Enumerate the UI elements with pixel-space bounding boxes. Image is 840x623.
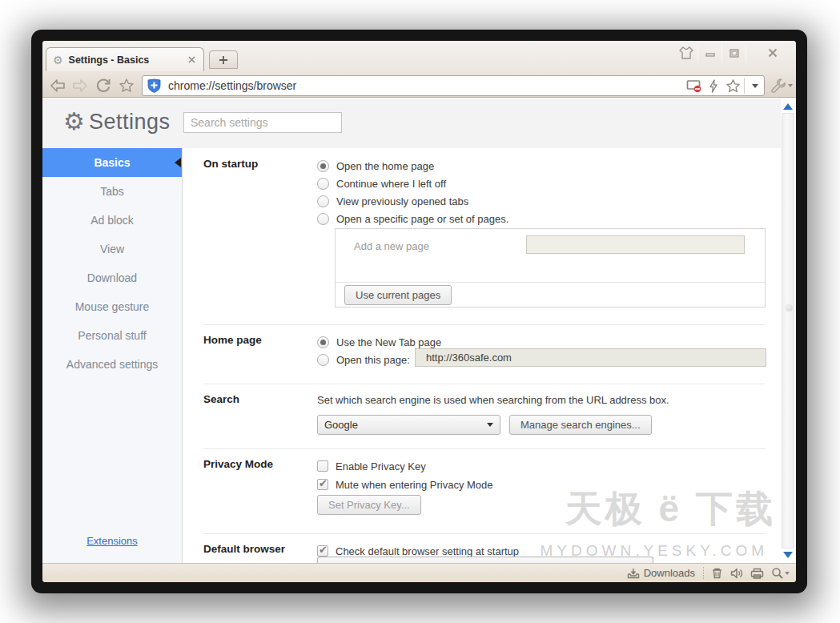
printer-icon (750, 568, 764, 579)
downloads-button[interactable]: Downloads (627, 567, 695, 579)
section-divider (203, 384, 766, 384)
sidebar-item-personal-stuff[interactable]: Personal stuff (42, 321, 182, 350)
radio-open-specific-pages[interactable]: Open a specific page or set of pages. (317, 211, 508, 226)
search-description: Set which search engine is used when sea… (317, 394, 669, 406)
close-window-button[interactable] (761, 43, 785, 62)
url-text[interactable]: chrome://settings/browser (168, 79, 685, 92)
statusbar-divider (703, 567, 704, 579)
scrollbar[interactable] (781, 98, 796, 563)
radio-continue-left-off[interactable]: Continue where I left off (317, 176, 446, 191)
screenshot-stage: ⚙ Settings - Basics (0, 0, 840, 623)
skin-theme-button[interactable] (674, 43, 698, 62)
scroll-down-icon[interactable] (783, 552, 793, 558)
sidebar-item-label: Personal stuff (78, 329, 146, 342)
radio-use-new-tab-page[interactable]: Use the New Tab page (317, 335, 441, 349)
checkbox-icon[interactable] (317, 479, 328, 490)
scrollbar-thumb[interactable] (786, 304, 793, 312)
browser-window: ⚙ Settings - Basics (42, 41, 796, 582)
sidebar-item-view[interactable]: View (42, 235, 182, 263)
wrench-caret-icon (788, 84, 793, 87)
set-privacy-key-button[interactable]: Set Privacy Key... (317, 495, 421, 515)
startup-pages-box: Add a new page Use current pages (335, 228, 766, 307)
search-settings-input[interactable] (183, 112, 342, 133)
search-engine-selected-value: Google (324, 419, 358, 431)
new-tab-button[interactable] (209, 50, 238, 69)
settings-content: ⚙ Settings Basics Tabs Ad block View Dow… (42, 98, 796, 563)
lightning-icon[interactable] (704, 77, 723, 94)
radio-icon[interactable] (317, 178, 329, 190)
manage-search-engines-button[interactable]: Manage search engines... (509, 415, 652, 435)
sidebar-item-ad-block[interactable]: Ad block (42, 206, 182, 235)
radio-icon[interactable] (317, 213, 329, 225)
radio-open-this-page[interactable]: Open this page: (317, 352, 410, 367)
sidebar-item-label: Advanced settings (66, 358, 158, 371)
radio-icon[interactable] (317, 336, 329, 348)
sidebar-item-advanced-settings[interactable]: Advanced settings (42, 350, 182, 379)
radio-icon[interactable] (317, 354, 329, 366)
radio-label: Open a specific page or set of pages. (336, 213, 508, 225)
section-label-search: Search (203, 393, 239, 405)
address-dropdown-button[interactable] (746, 77, 764, 94)
scrollbar-track[interactable] (782, 113, 794, 549)
scroll-up-icon[interactable] (783, 103, 793, 110)
page-header: ⚙ Settings (42, 98, 781, 148)
checkbox-enable-privacy-key[interactable]: Enable Privacy Key (317, 459, 426, 473)
watermark-text: 天极 ë 下载 (565, 484, 776, 534)
section-label-on-startup: On startup (203, 158, 258, 170)
home-page-url-input[interactable] (415, 348, 766, 367)
radio-label: Open this page: (336, 354, 410, 366)
sidebar-item-label: Download (87, 271, 137, 284)
checkbox-mute-privacy-mode[interactable]: Mute when entering Privacy Mode (317, 477, 493, 492)
trash-button[interactable] (711, 567, 723, 579)
print-button[interactable] (750, 568, 764, 579)
maximize-button[interactable] (722, 43, 746, 62)
checkbox-icon[interactable] (317, 460, 328, 472)
checkbox-label: Enable Privacy Key (336, 460, 426, 472)
sidebar-item-tabs[interactable]: Tabs (42, 177, 182, 206)
zoom-caret-icon (785, 572, 790, 575)
section-label-default-browser: Default browser (203, 543, 285, 555)
minimize-button[interactable] (698, 43, 722, 62)
tab-settings-basics[interactable]: ⚙ Settings - Basics (46, 47, 204, 71)
sidebar-item-label: Mouse gesture (75, 300, 150, 313)
site-shield-icon[interactable] (147, 78, 161, 93)
favorite-star-icon[interactable] (723, 77, 742, 94)
downloads-label: Downloads (644, 567, 695, 579)
radio-open-home-page[interactable]: Open the home page (317, 159, 434, 173)
radio-icon[interactable] (317, 195, 329, 207)
title-bar[interactable]: ⚙ Settings - Basics (42, 41, 796, 98)
sidebar-item-basics[interactable]: Basics (42, 148, 182, 177)
zoom-magnifier-icon (771, 567, 783, 579)
reload-button[interactable] (93, 75, 114, 96)
sidebar-item-label: Ad block (90, 214, 134, 227)
radio-icon[interactable] (317, 160, 329, 172)
settings-sidebar: Basics Tabs Ad block View Download Mouse… (42, 148, 183, 563)
radio-label: Continue where I left off (336, 178, 446, 190)
window-controls (674, 43, 785, 64)
radio-label: Use the New Tab page (336, 336, 441, 348)
selected-notch-icon (175, 158, 181, 167)
make-default-button-partial[interactable] (317, 557, 653, 563)
search-engine-select[interactable]: Google (317, 415, 500, 435)
address-bar[interactable]: chrome://settings/browser (142, 75, 765, 96)
screenshot-blocked-icon[interactable] (685, 77, 704, 94)
sidebar-item-download[interactable]: Download (42, 263, 182, 292)
wrench-menu-button[interactable] (770, 75, 794, 96)
settings-gear-favicon-icon: ⚙ (53, 54, 63, 66)
extensions-link[interactable]: Extensions (42, 535, 182, 547)
back-button[interactable] (47, 75, 68, 96)
checkbox-label: Mute when entering Privacy Mode (336, 479, 493, 491)
radio-view-previous-tabs[interactable]: View previously opened tabs (317, 194, 468, 208)
section-label-privacy-mode: Privacy Mode (203, 458, 273, 470)
bookmark-star-button[interactable] (116, 75, 137, 96)
forward-button[interactable] (70, 75, 90, 96)
zoom-button[interactable] (771, 567, 790, 579)
mute-button[interactable] (730, 568, 743, 579)
add-new-page-input[interactable] (526, 235, 745, 254)
checkbox-icon[interactable] (317, 545, 328, 557)
tab-close-icon[interactable] (186, 54, 197, 66)
status-bar: Downloads (42, 563, 796, 582)
sidebar-item-mouse-gesture[interactable]: Mouse gesture (42, 292, 182, 321)
use-current-pages-button[interactable]: Use current pages (344, 285, 452, 305)
tab-title: Settings - Basics (69, 54, 186, 66)
